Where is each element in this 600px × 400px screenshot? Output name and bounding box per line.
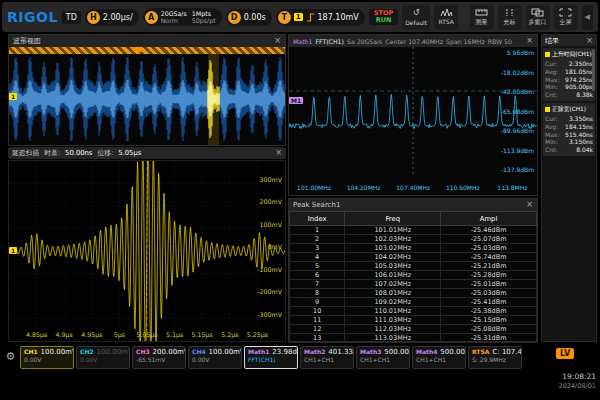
trigger-knob[interactable]: T bbox=[278, 11, 291, 24]
table-row[interactable]: 3103.02MHz-25.03dBm bbox=[290, 244, 537, 253]
channel-box-ch4[interactable]: CH4 100.00mV 0.00V bbox=[188, 346, 242, 369]
table-cell: 112.03MHz bbox=[345, 325, 441, 334]
stat-label: Avg: bbox=[545, 68, 558, 76]
column-header: Ampl bbox=[441, 212, 537, 226]
channel-box-ch1[interactable]: CH1 100.00mV 0.00V bbox=[20, 346, 74, 369]
close-icon[interactable]: × bbox=[274, 37, 281, 45]
channel1-marker[interactable]: 1 bbox=[9, 93, 17, 100]
multi-window-button[interactable]: 多窗口 bbox=[526, 5, 550, 30]
trigger-position-marker[interactable] bbox=[133, 47, 142, 54]
stat-label: Max: bbox=[545, 76, 559, 84]
axis-label: -113.9dBm bbox=[501, 147, 534, 154]
default-button[interactable]: ↺ Default bbox=[402, 5, 430, 30]
main-waveform-canvas[interactable] bbox=[9, 54, 285, 145]
table-cell: -25.15dBm bbox=[441, 316, 537, 325]
table-cell: 8 bbox=[290, 289, 345, 298]
table-row[interactable]: 8108.01MHz-25.03dBm bbox=[290, 289, 537, 298]
zoom-timebase-value: 50.00ns bbox=[65, 149, 92, 157]
channel-box-math4[interactable]: Math4 500.00mV CH1+CH1 bbox=[412, 346, 466, 369]
table-row[interactable]: 13113.03MHz-25.31dBm bbox=[290, 334, 537, 343]
measurement-name: 正脉宽(CH1) bbox=[552, 105, 586, 114]
cursor-icon bbox=[503, 8, 516, 17]
table-row[interactable]: 10110.01MHz-25.38dBm bbox=[290, 307, 537, 316]
measurement-line: Min:3.150ns bbox=[545, 138, 593, 146]
table-row[interactable]: 2102.03MHz-25.07dBm bbox=[290, 235, 537, 244]
axis-label: -42.00dBm bbox=[501, 88, 534, 95]
fft-panel[interactable]: Math1 FFT(CH1) Sa 20GSa/s Center 107.40M… bbox=[288, 34, 538, 196]
channel-color-swatch bbox=[545, 52, 550, 57]
channel-box-ch2[interactable]: CH2 100.00mV 0.00V bbox=[76, 346, 130, 369]
close-icon[interactable]: × bbox=[526, 37, 533, 45]
table-cell: 111.03MHz bbox=[345, 316, 441, 325]
table-cell: -25.31dBm bbox=[441, 334, 537, 343]
math1-marker[interactable]: M1 bbox=[289, 97, 303, 104]
channel-box-ch3[interactable]: CH3 200.00mV -65.51mV bbox=[132, 346, 186, 369]
measurement-card[interactable]: 正脉宽(CH1)Cur:3.350nsAvg:184.15nsMax:515.4… bbox=[543, 103, 595, 156]
measurement-line: Min:905.00ps bbox=[545, 83, 593, 91]
peak-search-panel[interactable]: Peak Search1 × Index Freq Ampl 1101.01MH… bbox=[288, 198, 538, 342]
close-icon[interactable]: × bbox=[526, 201, 533, 209]
table-row[interactable]: 7107.02MHz-25.01dBm bbox=[290, 280, 537, 289]
close-icon[interactable]: × bbox=[586, 37, 593, 45]
stat-label: Min: bbox=[545, 83, 558, 91]
fullscreen-icon bbox=[559, 8, 572, 17]
stat-value: 3.150ns bbox=[569, 138, 593, 146]
axis-label: -65.98dBm bbox=[501, 108, 534, 115]
axis-label: 300mV bbox=[260, 176, 282, 183]
table-row[interactable]: 9109.02MHz-25.41dBm bbox=[290, 298, 537, 307]
fullscreen-button[interactable]: 全屏 bbox=[554, 5, 578, 30]
measure-button[interactable]: 测量 bbox=[470, 5, 494, 30]
table-cell: 101.01MHz bbox=[345, 226, 441, 235]
waveform-view-panel[interactable]: 波形视图 × 1 bbox=[8, 34, 286, 146]
table-cell: 2 bbox=[290, 235, 345, 244]
cursor-button[interactable]: 光标 bbox=[498, 5, 522, 30]
zoom-waveform-panel[interactable]: 1 300mV200mV100mV0mV-100mV-200mV-300mV4.… bbox=[8, 160, 286, 342]
channel-box-math1[interactable]: Math1 23.98dB/ FFT(CH1) bbox=[244, 346, 298, 369]
channel-box-rtsa[interactable]: RTSA C: 107.4MHz S: 29.9MHz bbox=[468, 346, 522, 369]
delay-knob[interactable]: D bbox=[228, 11, 241, 24]
table-row[interactable]: 11111.03MHz-25.15dBm bbox=[290, 316, 537, 325]
channel-box-math3[interactable]: Math3 500.00mV CH1+CH1 bbox=[356, 346, 410, 369]
stat-value: 8.38k bbox=[576, 91, 593, 99]
trigger-control[interactable]: T 1 187.10mV bbox=[276, 9, 365, 26]
table-row[interactable]: 6106.01MHz-25.28dBm bbox=[290, 271, 537, 280]
axis-label: -89.96dBm bbox=[501, 127, 534, 134]
menu-button[interactable]: ⚙ bbox=[3, 349, 18, 364]
axis-label: -18.02dBm bbox=[501, 69, 534, 76]
sidebar-scrollbar[interactable] bbox=[592, 49, 595, 91]
channel1-ground-marker[interactable]: 1 bbox=[9, 247, 17, 254]
rtsa-button[interactable]: RTSA bbox=[434, 5, 458, 30]
lan-status-badge[interactable]: LV bbox=[556, 348, 574, 359]
table-cell: 10 bbox=[290, 307, 345, 316]
delay-control[interactable]: D 0.00s bbox=[226, 9, 272, 26]
acquire-knob[interactable]: A bbox=[145, 11, 158, 24]
fft-sample-rate: Sa 20GSa/s bbox=[347, 38, 382, 45]
toolbar-collapse-button[interactable]: ◀ bbox=[582, 5, 593, 30]
horizontal-knob[interactable]: H bbox=[87, 11, 100, 24]
results-sidebar[interactable]: 结果 × 上升时间(CH1)Cur:2.350nsAvg:181.05nsMax… bbox=[541, 34, 597, 342]
measurement-line: Max:515.40ns bbox=[545, 131, 593, 139]
axis-label: 110.60MHz bbox=[443, 184, 483, 191]
close-icon[interactable]: × bbox=[275, 149, 282, 157]
measurement-card-header: 上升时间(CH1) bbox=[545, 50, 593, 59]
fft-span: Span 16MHz bbox=[446, 38, 485, 45]
axis-label: 104.20MHz bbox=[344, 184, 384, 191]
results-title: 结果 bbox=[545, 36, 559, 46]
stat-label: Cnt: bbox=[545, 91, 557, 99]
stat-value: 3.350ns bbox=[569, 115, 593, 123]
zoom-waveform-canvas[interactable] bbox=[9, 161, 285, 341]
channel-box-math2[interactable]: Math2 401.33mV CH1+CH1 bbox=[300, 346, 354, 369]
fft-rbw: RBW 50 bbox=[488, 38, 512, 45]
table-cell: -25.01dBm bbox=[441, 280, 537, 289]
table-row[interactable]: 1101.01MHz-25.46dBm bbox=[290, 226, 537, 235]
table-row[interactable]: 4104.02MHz-25.74dBm bbox=[290, 253, 537, 262]
horizontal-scale-control[interactable]: H 2.00μs/ bbox=[85, 9, 139, 26]
table-row[interactable]: 5105.03MHz-25.21dBm bbox=[290, 262, 537, 271]
fft-canvas[interactable] bbox=[289, 47, 537, 195]
run-stop-button[interactable]: STOP RUN bbox=[369, 9, 398, 26]
zoom-info-bar[interactable]: 延迟扫描 时基: 50.00ns 位移: 5.05μs × bbox=[8, 147, 286, 159]
rising-edge-icon bbox=[306, 12, 315, 23]
acquire-control[interactable]: A 20GSa/s 1Mpts Norm 50ps/pt bbox=[143, 8, 222, 26]
measurement-card[interactable]: 上升时间(CH1)Cur:2.350nsAvg:181.05nsMax:974.… bbox=[543, 48, 595, 101]
table-row[interactable]: 12112.03MHz-25.08dBm bbox=[290, 325, 537, 334]
